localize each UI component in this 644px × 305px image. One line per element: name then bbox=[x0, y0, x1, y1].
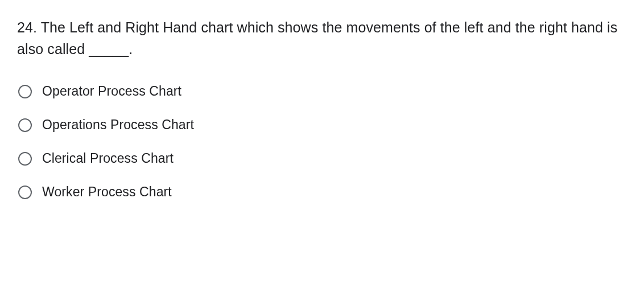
question-body: The Left and Right Hand chart which show… bbox=[17, 19, 617, 57]
option-1[interactable]: Operations Process Chart bbox=[18, 117, 627, 133]
radio-icon[interactable] bbox=[18, 186, 32, 199]
question-text: 24. The Left and Right Hand chart which … bbox=[17, 17, 627, 60]
option-label: Worker Process Chart bbox=[42, 184, 172, 200]
option-3[interactable]: Worker Process Chart bbox=[18, 184, 627, 200]
option-label: Operations Process Chart bbox=[42, 117, 194, 133]
question-block: 24. The Left and Right Hand chart which … bbox=[17, 17, 627, 200]
option-0[interactable]: Operator Process Chart bbox=[18, 84, 627, 99]
radio-icon[interactable] bbox=[18, 152, 32, 166]
radio-icon[interactable] bbox=[18, 85, 32, 98]
option-label: Operator Process Chart bbox=[42, 84, 181, 99]
question-number: 24. bbox=[17, 19, 37, 35]
options-list: Operator Process Chart Operations Proces… bbox=[17, 84, 627, 200]
radio-icon[interactable] bbox=[18, 118, 32, 132]
option-label: Clerical Process Chart bbox=[42, 151, 174, 166]
option-2[interactable]: Clerical Process Chart bbox=[18, 151, 627, 166]
